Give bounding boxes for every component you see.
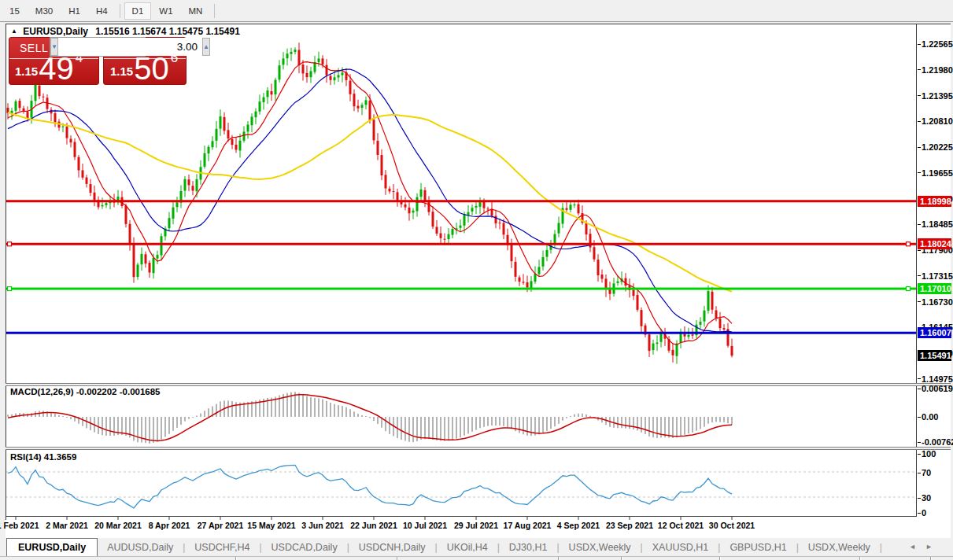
- chart-tab-bar: EURUSD,DailyAUDUSD,Daily|USDCHF,H4|USDCA…: [0, 538, 953, 556]
- sell-price-big: 1.15: [15, 64, 38, 78]
- macd-axis-label: 0.006193: [922, 384, 951, 393]
- price-axis-label: 1.19655: [922, 168, 951, 178]
- rsi-tick-mark: [918, 454, 921, 455]
- pane-divider-rsi[interactable]: [6, 447, 951, 450]
- status-bar: [0, 556, 953, 560]
- price-axis-label: 1.21980: [922, 65, 951, 75]
- rsi-axis-label: 100: [922, 449, 951, 459]
- volume-decrease-button[interactable]: ▼: [50, 38, 58, 56]
- price-axis-label: 1.16730: [922, 297, 951, 307]
- timeframe-button-h4[interactable]: H4: [88, 2, 116, 20]
- timeframe-button-d1[interactable]: D1: [124, 2, 152, 20]
- price-axis-label: 1.22565: [922, 39, 951, 49]
- macd-axis-label: -0.00762: [922, 437, 951, 447]
- date-label: 30 Oct 2021: [699, 521, 765, 530]
- volume-increase-button[interactable]: ▲: [202, 38, 210, 56]
- timeframe-toolbar: 15M30H1H4D1W1MN: [0, 0, 953, 22]
- one-click-trade-panel: SELL 1.15 49 4 BUY 1.15 50 6 ▼ ▲: [8, 35, 187, 85]
- price-badge[interactable]: 1.16007: [918, 327, 951, 338]
- price-axis-label: 1.21395: [922, 91, 951, 101]
- chart-tab-audusd-daily[interactable]: AUDUSD,Daily: [98, 540, 183, 555]
- toolbar-separator: [214, 4, 215, 18]
- macd-label: MACD(12,26,9) -0.002202 -0.001685: [10, 387, 161, 396]
- pane-divider-macd[interactable]: [6, 383, 951, 386]
- tab-scroll-left-icon[interactable]: ◄: [909, 543, 916, 551]
- chart-tab-ukoil-h4[interactable]: UKOil,H4: [438, 540, 497, 555]
- volume-spinner: ▼ ▲: [50, 37, 146, 57]
- chart-tab-gbpusd-h1[interactable]: GBPUSD,H1: [720, 540, 796, 555]
- price-axis-label: 1.17315: [922, 271, 951, 281]
- price-badge[interactable]: 1.18998: [918, 196, 951, 207]
- rsi-axis-label: 0: [922, 508, 951, 518]
- price-tick-mark: [918, 250, 921, 251]
- price-tick-mark: [918, 44, 921, 45]
- sell-price-main: 49: [39, 56, 74, 82]
- price-tick-mark: [918, 95, 921, 96]
- chart-tab-usdx-weekly[interactable]: USDX,Weekly: [799, 540, 880, 555]
- tab-scroll-right-icon[interactable]: ►: [925, 543, 933, 551]
- trading-terminal: 15M30H1H4D1W1MN ▲ EURUSD,Daily 1.15516 1…: [0, 0, 953, 560]
- price-tick-mark: [918, 69, 921, 70]
- expand-icon[interactable]: ▲: [11, 28, 17, 35]
- price-tick-mark: [918, 147, 921, 148]
- buy-price-main: 50: [134, 56, 169, 82]
- chart-tab-dj30-h1[interactable]: DJ30,H1: [500, 540, 557, 555]
- rsi-label: RSI(14) 41.3659: [10, 452, 76, 462]
- toolbar-separator: [120, 4, 120, 18]
- chart-tab-usdcad-daily[interactable]: USDCAD,Daily: [262, 540, 347, 555]
- price-tick-mark: [918, 121, 921, 122]
- chart-tab-eurusd-daily[interactable]: EURUSD,Daily: [6, 538, 98, 557]
- macd-tick-mark: [918, 442, 921, 443]
- rsi-axis-label: 30: [922, 493, 951, 503]
- price-axis-label: 1.18485: [922, 219, 951, 229]
- price-tick-mark: [918, 224, 921, 225]
- timeframe-button-w1[interactable]: W1: [151, 2, 180, 20]
- timeframe-button-h1[interactable]: H1: [61, 2, 88, 20]
- price-tick-mark: [918, 378, 921, 379]
- chart-tab-xauusd-h1[interactable]: XAUUSD,H1: [643, 540, 718, 555]
- price-tick-mark: [918, 275, 921, 276]
- price-badge[interactable]: 1.17010: [918, 283, 951, 294]
- price-axis-label: 1.20810: [922, 116, 951, 126]
- macd-tick-mark: [918, 417, 921, 418]
- timeframe-button-15[interactable]: 15: [2, 2, 28, 20]
- price-axis-label: 1.14975: [922, 374, 951, 384]
- price-axis-label: 1.20225: [922, 142, 951, 152]
- price-tick-mark: [918, 172, 921, 173]
- macd-axis-label: 0.00: [922, 412, 951, 422]
- timeframe-button-mn[interactable]: MN: [181, 2, 211, 20]
- timeframe-button-m30[interactable]: M30: [28, 2, 61, 20]
- price-tick-mark: [918, 301, 921, 302]
- chart-tab-usdcnh-daily[interactable]: USDCNH,Daily: [349, 540, 435, 555]
- rsi-axis-label: 70: [922, 468, 951, 477]
- buy-price-big: 1.15: [110, 64, 133, 78]
- rsi-tick-mark: [918, 473, 921, 473]
- price-badge[interactable]: 1.15491: [918, 350, 951, 361]
- rsi-tick-mark: [918, 498, 921, 499]
- chart-tab-usdchf-h4[interactable]: USDCHF,H4: [185, 540, 259, 555]
- chart-tab-usdx-weekly[interactable]: USDX,Weekly: [560, 540, 641, 555]
- tab-separator: |: [880, 542, 882, 553]
- macd-tick-mark: [918, 389, 921, 389]
- volume-input[interactable]: [58, 38, 202, 56]
- rsi-tick-mark: [918, 513, 921, 514]
- price-badge[interactable]: 1.18024: [918, 238, 951, 249]
